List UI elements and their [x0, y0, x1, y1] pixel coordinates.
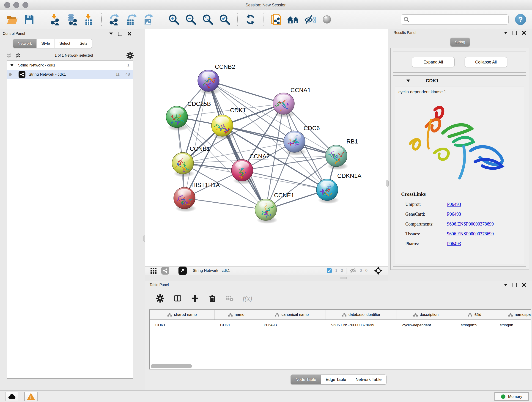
- collection-expander-icon[interactable]: [10, 64, 14, 67]
- import-network-button[interactable]: [49, 13, 61, 26]
- hidden-eye-slash-icon[interactable]: [350, 268, 356, 274]
- close-panel-icon[interactable]: [127, 32, 132, 36]
- cloud-status-button[interactable]: [5, 392, 18, 401]
- network-node-CCNA2[interactable]: [231, 160, 254, 184]
- table-cell[interactable]: cyclin-dependent ...: [397, 320, 455, 330]
- table-cell[interactable]: P06493: [258, 320, 326, 330]
- homes-button[interactable]: [287, 13, 299, 26]
- network-node-CDKN1A[interactable]: [317, 179, 339, 204]
- horizontal-splitter[interactable]: [145, 275, 388, 281]
- crosslink-link[interactable]: 9606.ENSP00000378699: [447, 231, 494, 236]
- open-session-button[interactable]: [6, 13, 18, 26]
- search-box[interactable]: [401, 14, 509, 25]
- crosslink-link[interactable]: P06493: [447, 202, 461, 207]
- close-panel-icon[interactable]: [522, 283, 526, 287]
- network-view-badge[interactable]: [161, 267, 169, 274]
- show-graphics-details-button[interactable]: [304, 13, 316, 26]
- tab-network[interactable]: Network: [13, 39, 36, 48]
- network-edge[interactable]: [242, 170, 327, 190]
- table-cell[interactable]: stringdb: [494, 320, 531, 330]
- table-cell[interactable]: CDK1: [215, 320, 258, 330]
- column-header--id[interactable]: @id: [455, 310, 494, 319]
- float-panel-icon[interactable]: [118, 32, 122, 36]
- column-header-canonical-name[interactable]: canonical name: [258, 310, 326, 319]
- string-app-button[interactable]: [270, 13, 282, 26]
- collapse-all-button[interactable]: Collapse All: [465, 57, 507, 67]
- export-image-button[interactable]: [142, 13, 154, 26]
- network-options-gear-icon[interactable]: [127, 52, 134, 59]
- expand-all-button[interactable]: Expand All: [412, 57, 455, 67]
- zoom-selected-button[interactable]: [219, 13, 231, 26]
- column-header-database-identifier[interactable]: database identifier: [326, 310, 397, 319]
- table-cell[interactable]: stringdb:9...: [455, 320, 494, 330]
- table-row[interactable]: CDK1CDK1P064939606.ENSP00000378699cyclin…: [150, 320, 531, 330]
- apply-layout-button[interactable]: [244, 13, 257, 26]
- tab-style[interactable]: Style: [36, 39, 55, 48]
- network-node-CCNB2[interactable]: [198, 70, 220, 95]
- save-session-button[interactable]: [23, 13, 35, 26]
- column-header-name[interactable]: name: [215, 310, 258, 319]
- node-result-header[interactable]: CDK1: [393, 76, 526, 86]
- network-edge[interactable]: [184, 81, 209, 198]
- network-node-CCNB1[interactable]: [172, 153, 195, 177]
- crosslink-link[interactable]: P06493: [447, 211, 461, 217]
- network-node-CCNA1[interactable]: [273, 93, 296, 118]
- table-cell[interactable]: CDK1: [150, 320, 215, 330]
- fit-content-target-icon[interactable]: [374, 266, 383, 275]
- network-canvas[interactable]: CCNB2CCNA1CDC25BCDK1CDC6RB1CCNB1CCNA2CDK…: [145, 29, 388, 266]
- memory-button[interactable]: Memory: [494, 392, 529, 401]
- show-columns-icon[interactable]: [173, 294, 182, 303]
- expand-all-icon[interactable]: [15, 52, 21, 58]
- network-node-CDC6[interactable]: [284, 131, 306, 156]
- tab-edge-table[interactable]: Edge Table: [321, 375, 351, 384]
- birdseye-view-button[interactable]: [178, 267, 187, 275]
- horizontal-scrollbar-thumb[interactable]: [151, 364, 192, 368]
- node-table[interactable]: shared namenamecanonical namedatabase id…: [149, 309, 531, 370]
- zoom-fit-button[interactable]: [202, 13, 214, 26]
- network-graph[interactable]: CCNB2CCNA1CDC25BCDK1CDC6RB1CCNB1CCNA2CDK…: [145, 29, 388, 266]
- column-header-namespace[interactable]: namespace: [494, 310, 531, 319]
- collapse-all-icon[interactable]: [6, 52, 12, 58]
- panel-menu-icon[interactable]: [504, 32, 507, 34]
- float-panel-icon[interactable]: [513, 31, 517, 35]
- close-panel-icon[interactable]: [522, 31, 526, 35]
- export-network-button[interactable]: [108, 13, 120, 26]
- network-edge[interactable]: [184, 198, 266, 210]
- help-button[interactable]: ?: [515, 14, 526, 25]
- export-table-button[interactable]: [125, 13, 138, 26]
- tab-node-table[interactable]: Node Table: [291, 375, 321, 384]
- tab-network-table[interactable]: Network Table: [351, 375, 386, 384]
- delete-column-icon[interactable]: [208, 294, 216, 303]
- network-node-HIST1H1A[interactable]: [174, 187, 196, 212]
- zoom-out-button[interactable]: [185, 13, 197, 26]
- tab-sets[interactable]: Sets: [75, 39, 92, 48]
- warnings-button[interactable]: [24, 392, 38, 401]
- table-cell[interactable]: 9606.ENSP00000378699: [326, 320, 397, 330]
- crosslink-link[interactable]: 9606.ENSP00000378699: [447, 221, 494, 227]
- network-node-CDK1[interactable]: [211, 115, 234, 140]
- search-input[interactable]: [411, 17, 506, 22]
- network-row[interactable]: String Network - cdk1 11 48: [7, 70, 133, 79]
- network-node-CCNE1[interactable]: [255, 199, 278, 224]
- network-collection-row[interactable]: String Network - cdk1 1: [7, 61, 133, 70]
- tab-string[interactable]: String: [450, 38, 470, 46]
- column-header-shared-name[interactable]: shared name: [150, 310, 215, 319]
- tab-select[interactable]: Select: [55, 39, 75, 48]
- horizontal-splitter-grip[interactable]: [341, 277, 347, 279]
- panel-menu-icon[interactable]: [109, 32, 113, 35]
- crosslink-link[interactable]: P06493: [447, 241, 461, 246]
- table-options-gear-icon[interactable]: [156, 294, 164, 303]
- level-of-detail-button[interactable]: [321, 13, 333, 26]
- import-table-button[interactable]: [82, 13, 95, 26]
- grid-view-icon[interactable]: [150, 268, 157, 274]
- import-network-from-database-button[interactable]: [65, 13, 78, 26]
- float-panel-icon[interactable]: [513, 283, 517, 287]
- column-header-description[interactable]: description: [397, 310, 455, 319]
- panel-menu-icon[interactable]: [504, 284, 507, 286]
- network-node-CDC25B[interactable]: [166, 106, 189, 131]
- add-column-icon[interactable]: [191, 294, 199, 303]
- selected-checkbox-icon[interactable]: [326, 268, 332, 274]
- zoom-in-button[interactable]: [168, 13, 180, 26]
- entry-expander-icon[interactable]: [406, 79, 411, 83]
- network-node-RB1[interactable]: [326, 145, 348, 170]
